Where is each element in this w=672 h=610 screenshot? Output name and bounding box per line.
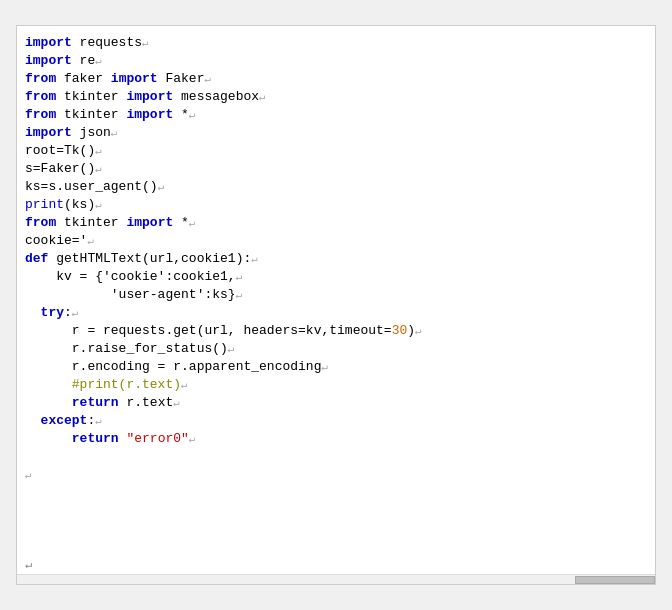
code-line: try:↵ — [25, 304, 651, 322]
code-line: def getHTMLText(url,cookie1):↵ — [25, 250, 651, 268]
code-line: 'user-agent':ks}↵ — [25, 286, 651, 304]
code-line: kv = {'cookie':cookie1,↵ — [25, 268, 651, 286]
code-line: ↵ — [25, 466, 651, 484]
code-line: root=Tk()↵ — [25, 142, 651, 160]
code-line: r = requests.get(url, headers=kv,timeout… — [25, 322, 651, 340]
code-line: from tkinter import *↵ — [25, 214, 651, 232]
code-line: s=Faker()↵ — [25, 160, 651, 178]
code-line: r.raise_for_status()↵ — [25, 340, 651, 358]
code-line: from tkinter import *↵ — [25, 106, 651, 124]
code-line: return r.text↵ — [25, 394, 651, 412]
code-line: r.encoding = r.apparent_encoding↵ — [25, 358, 651, 376]
code-line: except:↵ — [25, 412, 651, 430]
horizontal-scrollbar[interactable] — [17, 574, 655, 584]
code-line: import json↵ — [25, 124, 651, 142]
code-editor[interactable]: import requests↵import re↵from faker imp… — [16, 25, 656, 585]
code-line: from tkinter import messagebox↵ — [25, 88, 651, 106]
code-content: import requests↵import re↵from faker imp… — [17, 34, 651, 484]
code-line: ks=s.user_agent()↵ — [25, 178, 651, 196]
code-line: import requests↵ — [25, 34, 651, 52]
code-line: import re↵ — [25, 52, 651, 70]
bottom-indicator: ↵ — [25, 557, 32, 572]
code-line: return "error0"↵ — [25, 430, 651, 448]
code-line: #print(r.text)↵ — [25, 376, 651, 394]
code-line — [25, 448, 651, 466]
code-line: cookie='↵ — [25, 232, 651, 250]
code-line: from faker import Faker↵ — [25, 70, 651, 88]
code-line: print(ks)↵ — [25, 196, 651, 214]
scrollbar-thumb[interactable] — [575, 576, 655, 584]
